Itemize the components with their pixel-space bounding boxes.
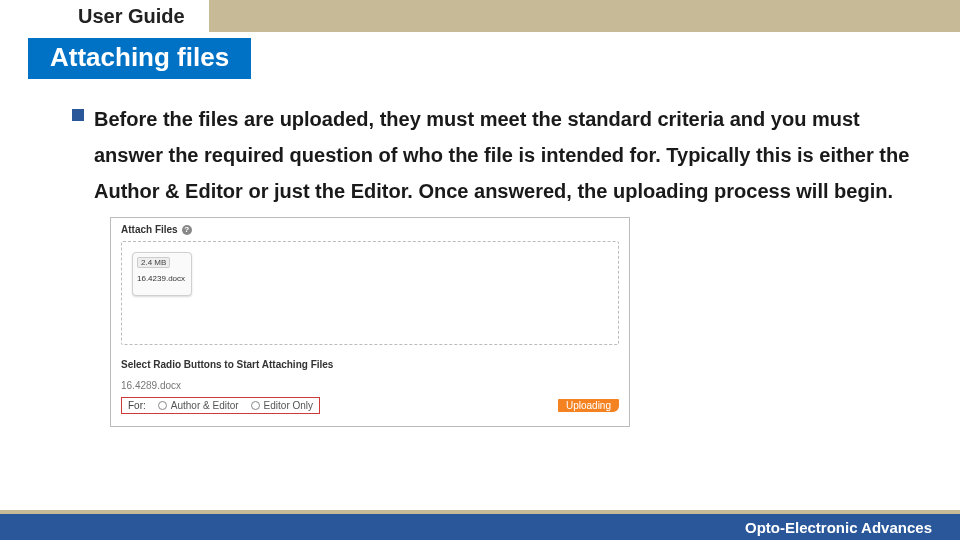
- listed-filename: 16.4289.docx: [121, 380, 619, 391]
- top-bar-left-gap: [0, 0, 62, 32]
- option-editor-only-label: Editor Only: [264, 400, 313, 411]
- option-author-editor-label: Author & Editor: [171, 400, 239, 411]
- file-dropzone[interactable]: 2.4 MB 16.4239.docx: [121, 241, 619, 345]
- bullet-square-icon: [72, 109, 84, 121]
- section-heading: Attaching files: [28, 38, 251, 79]
- select-radio-subheading: Select Radio Buttons to Start Attaching …: [121, 359, 619, 370]
- section-ribbon-row: Attaching files: [0, 38, 960, 79]
- file-thumb-name: 16.4239.docx: [137, 274, 187, 283]
- ribbon-left-gap: [0, 38, 28, 79]
- option-editor-only[interactable]: Editor Only: [251, 400, 313, 411]
- attach-files-heading: Attach Files ?: [121, 224, 619, 235]
- help-icon[interactable]: ?: [182, 225, 192, 235]
- recipient-row: For: Author & Editor Editor Only Uploadi…: [121, 397, 619, 414]
- radio-icon: [158, 401, 167, 410]
- for-label: For:: [128, 400, 146, 411]
- recipient-radio-group: For: Author & Editor Editor Only: [121, 397, 320, 414]
- radio-icon: [251, 401, 260, 410]
- bullet-item: Before the files are uploaded, they must…: [72, 101, 920, 209]
- bullet-text: Before the files are uploaded, they must…: [94, 101, 920, 209]
- uploading-status-badge: Uploading: [558, 399, 619, 412]
- page-title-box: User Guide: [62, 0, 209, 32]
- body: Before the files are uploaded, they must…: [0, 79, 960, 427]
- attach-files-panel: Attach Files ? 2.4 MB 16.4239.docx Selec…: [110, 217, 630, 427]
- top-bar: User Guide: [0, 0, 960, 32]
- footer-brand: Opto-Electronic Advances: [745, 519, 932, 536]
- footer: Opto-Electronic Advances: [0, 510, 960, 540]
- file-thumb[interactable]: 2.4 MB 16.4239.docx: [132, 252, 192, 296]
- footer-blue-bar: Opto-Electronic Advances: [0, 514, 960, 540]
- page-title: User Guide: [78, 5, 185, 28]
- option-author-editor[interactable]: Author & Editor: [158, 400, 239, 411]
- file-size-badge: 2.4 MB: [137, 257, 170, 268]
- attach-files-label: Attach Files: [121, 224, 178, 235]
